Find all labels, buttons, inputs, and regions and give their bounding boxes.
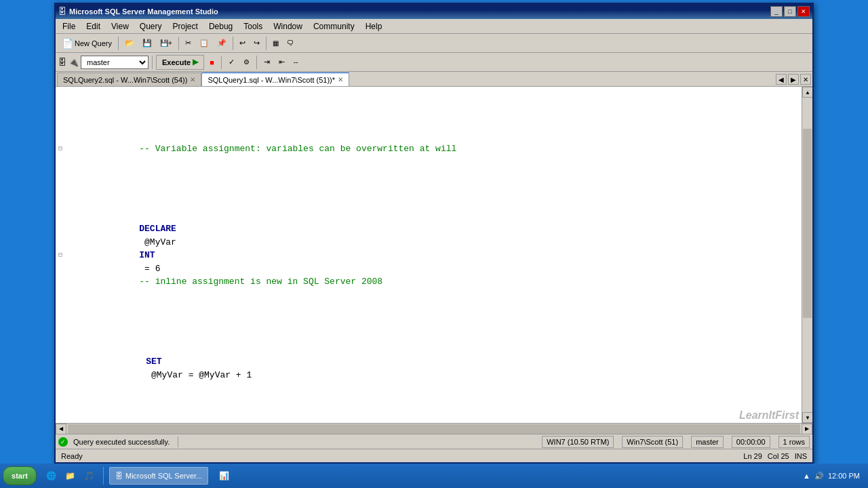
copy-icon: 📋	[199, 39, 209, 47]
database-selector[interactable]: master	[81, 56, 149, 69]
window-title: Microsoft SQL Server Management Studio	[69, 7, 770, 16]
fold-2[interactable]: ⊟	[58, 250, 62, 260]
tab-right-button[interactable]: ▶	[788, 74, 799, 85]
menu-tools[interactable]: Tools	[238, 20, 268, 33]
toolbar-separator	[118, 37, 119, 50]
fold-1[interactable]: ⊟	[58, 144, 62, 154]
execute-label: Execute	[162, 58, 191, 66]
taskbar-separator	[103, 467, 104, 485]
maximize-button[interactable]: □	[784, 6, 796, 17]
menu-help[interactable]: Help	[360, 20, 388, 33]
editor-row: ⊟ -- Variable assignment: variables can …	[56, 87, 812, 423]
scroll-down-button[interactable]: ▼	[802, 412, 812, 423]
window-controls: _ □ ✕	[770, 6, 810, 17]
status-connection-text: Win7\Scott (51)	[627, 438, 678, 446]
db-icon: 🗄	[58, 58, 66, 67]
outdent-button[interactable]: ⇤	[275, 55, 288, 70]
menu-community[interactable]: Community	[308, 20, 360, 33]
tab-sqlquery2[interactable]: SQLQuery2.sql - W...Win7\Scott (54)) ✕	[57, 73, 201, 86]
comment-button[interactable]: --	[290, 55, 302, 70]
open-button[interactable]: 📂	[121, 36, 138, 51]
media-icon[interactable]: 🎵	[80, 467, 98, 485]
tab-close-2[interactable]: ✕	[338, 76, 343, 83]
status-server: WIN7 (10.50 RTM)	[542, 436, 614, 448]
minimize-button[interactable]: _	[770, 6, 783, 17]
ssms-taskbar-icon: 🗄	[115, 472, 123, 480]
redo-icon: ↪	[254, 39, 260, 47]
quick-launch: 🌐 📁 🎵	[42, 467, 98, 485]
tray-volume-icon[interactable]: 🔊	[814, 472, 824, 481]
status-rows: 1 rows	[778, 436, 810, 448]
status-right: WIN7 (10.50 RTM) Win7\Scott (51) master …	[542, 436, 810, 448]
toolbar-separator-3	[233, 37, 233, 50]
code-editor[interactable]: ⊟ -- Variable assignment: variables can …	[56, 87, 802, 423]
indent-icon: ⇥	[264, 58, 270, 66]
menu-debug[interactable]: Debug	[203, 20, 238, 33]
menu-view[interactable]: View	[106, 20, 134, 33]
parse-button[interactable]: ✓	[225, 55, 238, 70]
new-query-label: New Query	[75, 39, 112, 47]
menu-project[interactable]: Project	[167, 20, 203, 33]
messages-button[interactable]: 🗨	[283, 36, 297, 51]
code-line-2: ⊟ DECLARE @MyVar INT = 6 -- inline assig…	[58, 209, 802, 302]
line-position: Ln 29	[743, 452, 762, 460]
main-window: 🗄 Microsoft SQL Server Management Studio…	[54, 3, 814, 464]
save-button[interactable]: 💾	[139, 36, 155, 51]
debug-button[interactable]: ⚙	[240, 55, 253, 70]
hscroll-thumb[interactable]	[68, 424, 800, 434]
toolbar-main: 📄 New Query 📂 💾 💾+ ✂ 📋 📌 ↩ ↪ ▦ 🗨	[56, 34, 812, 53]
tab-close-1[interactable]: ✕	[190, 76, 195, 83]
code-comment-1: -- Variable assignment: variables can be…	[139, 144, 456, 154]
stop-button[interactable]: ■	[206, 55, 218, 70]
scroll-thumb[interactable]	[803, 129, 812, 317]
col-position: Col 25	[768, 452, 789, 460]
position-info: Ln 29 Col 25 INS	[743, 452, 807, 460]
tab-bar: SQLQuery2.sql - W...Win7\Scott (54)) ✕ S…	[56, 72, 812, 87]
undo-icon: ↩	[239, 39, 245, 47]
ie-icon[interactable]: 🌐	[42, 467, 60, 485]
code-line-3: SET @MyVar = @MyVar + 1	[58, 342, 802, 395]
explorer-icon[interactable]: 📁	[61, 467, 79, 485]
tab-close-all-button[interactable]: ✕	[800, 74, 811, 85]
cut-button[interactable]: ✂	[182, 36, 195, 51]
execute-button[interactable]: Execute ▶	[156, 55, 204, 70]
taskbar-extra: 📊	[214, 467, 234, 485]
taskbar-app-icon[interactable]: 📊	[214, 467, 234, 485]
tab-left-button[interactable]: ◀	[776, 74, 787, 85]
menu-file[interactable]: File	[57, 20, 81, 33]
tab-label-1: SQLQuery2.sql - W...Win7\Scott (54))	[63, 76, 187, 84]
ssms-taskbar-label: Microsoft SQL Server...	[125, 472, 202, 480]
status-rows-text: 1 rows	[783, 438, 805, 446]
scroll-left-button[interactable]: ◀	[56, 424, 66, 434]
undo-button[interactable]: ↩	[236, 36, 249, 51]
status-separator	[178, 436, 178, 447]
tray-up-icon[interactable]: ▲	[803, 472, 810, 480]
scroll-right-button[interactable]: ▶	[802, 424, 812, 434]
menu-edit[interactable]: Edit	[81, 20, 106, 33]
menu-query[interactable]: Query	[134, 20, 167, 33]
tray-clock: 12:00 PM	[828, 472, 860, 480]
copy-button[interactable]: 📋	[196, 36, 212, 51]
toolbar-separator-2	[178, 37, 179, 50]
toolbar-separator-6	[256, 56, 257, 69]
redo-button[interactable]: ↪	[250, 36, 263, 51]
save-all-button[interactable]: 💾+	[157, 36, 176, 51]
paste-icon: 📌	[217, 39, 226, 47]
taskbar-ssms-item[interactable]: 🗄 Microsoft SQL Server...	[109, 467, 208, 485]
close-button[interactable]: ✕	[797, 6, 810, 17]
system-tray: ▲ 🔊 12:00 PM	[797, 472, 865, 481]
status-server-text: WIN7 (10.50 RTM)	[547, 438, 609, 446]
start-button[interactable]: start	[3, 466, 37, 485]
paste-button[interactable]: 📌	[214, 36, 230, 51]
results-button[interactable]: ▦	[269, 36, 282, 51]
menu-bar: File Edit View Query Project Debug Tools…	[56, 19, 812, 34]
horizontal-scrollbar[interactable]: ◀ ▶	[56, 423, 812, 434]
scroll-up-button[interactable]: ▲	[802, 87, 812, 98]
status-bar: ✓ Query executed successfully. WIN7 (10.…	[56, 434, 812, 449]
vertical-scrollbar[interactable]: ▲ ▼	[802, 87, 812, 423]
tab-sqlquery1[interactable]: SQLQuery1.sql - W...Win7\Scott (51))* ✕	[201, 73, 349, 86]
indent-button[interactable]: ⇥	[260, 55, 273, 70]
status-time-text: 00:00:00	[736, 438, 766, 446]
menu-window[interactable]: Window	[268, 20, 308, 33]
new-query-button[interactable]: 📄 New Query	[58, 36, 115, 51]
